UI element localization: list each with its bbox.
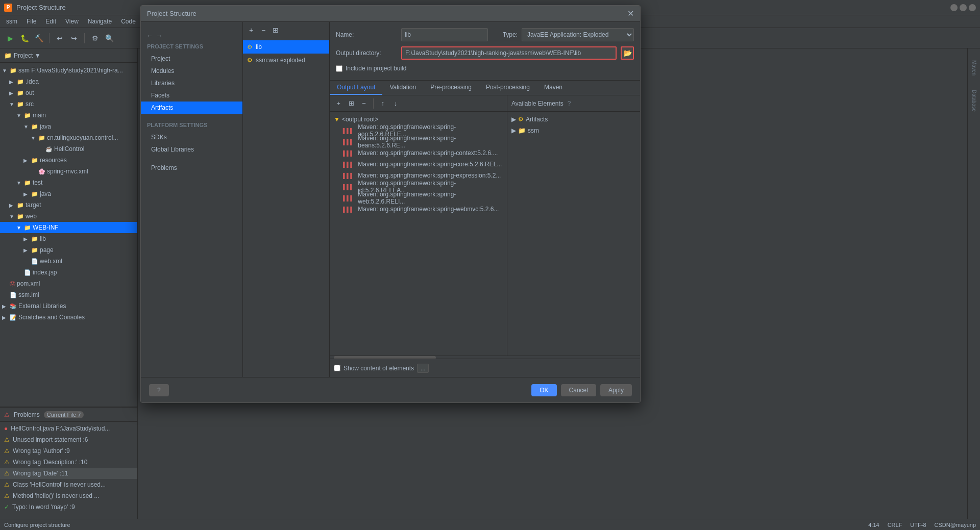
menu-ssm[interactable]: ssm [2,17,21,26]
tab-preprocessing[interactable]: Pre-processing [423,81,479,95]
maximize-button[interactable] [960,4,967,11]
copy-artifact-button[interactable]: ⊞ [271,25,281,35]
tree-ssm[interactable]: ▼ 📁 ssm F:\JavaStudy\study2021\high-ra..… [0,65,137,76]
tree-pom[interactable]: Ⓜ pom.xml [0,278,137,289]
cancel-button[interactable]: Cancel [561,384,596,396]
tree-resources[interactable]: ▶ 📁 resources [0,155,137,166]
tab-validation[interactable]: Validation [382,81,423,95]
layout-maven-webmvc[interactable]: ▌▌▌ Maven: org.springframework:spring-we… [330,204,507,215]
tree-test-java[interactable]: ▶ 📁 java [0,188,137,199]
tree-main[interactable]: ▼ 📁 main [0,110,137,121]
tree-index-jsp[interactable]: 📄 index.jsp [0,267,137,278]
app-icon: P [4,4,12,12]
tree-lib[interactable]: ▶ 📁 lib [0,233,137,244]
problem-wrong-date[interactable]: ⚠ Wrong tag 'Date' :11 [0,468,137,479]
artifact-ssm-war[interactable]: ⚙ ssm:war exploded [243,54,329,67]
layout-add-btn[interactable]: + [333,98,344,109]
nav-problems[interactable]: Problems [141,162,242,174]
tab-postprocessing[interactable]: Post-processing [479,81,537,95]
tree-webinf[interactable]: ▼ 📁 WEB-INF [0,222,137,233]
tree-spring-mvc[interactable]: 🌸 spring-mvc.xml [0,166,137,177]
warn-icon-1: ⚠ [4,436,10,443]
tree-target[interactable]: ▶ 📁 target [0,199,137,211]
debug-button[interactable]: 🐛 [18,32,31,44]
tab-maven[interactable]: Maven [537,81,570,95]
tree-web[interactable]: ▼ 📁 web [0,211,137,222]
problem-method-never-used[interactable]: ⚠ Method 'hello()' is never used ... [0,490,137,501]
nav-global-libraries[interactable]: Global Libraries [141,143,242,156]
show-content-checkbox[interactable] [334,365,340,371]
layout-maven-context[interactable]: ▌▌▌ Maven: org.springframework:spring-co… [330,147,507,159]
run-button[interactable]: ▶ [4,32,16,44]
nav-artifacts[interactable]: Artifacts [141,102,242,114]
tree-hellcontrol[interactable]: ☕ HellControl [0,143,137,155]
layout-arrow-up[interactable]: ↑ [377,98,388,109]
nav-back-button[interactable]: ← [147,32,153,39]
nav-project[interactable]: Project [141,53,242,65]
menu-edit[interactable]: Edit [41,17,60,26]
nav-modules[interactable]: Modules [141,65,242,77]
problem-class-never-used[interactable]: ⚠ Class 'HellControl' is never used... [0,479,137,490]
close-window-button[interactable] [969,4,976,11]
layout-maven-core[interactable]: ▌▌▌ Maven: org.springframework:spring-co… [330,159,507,170]
available-help-icon[interactable]: ? [568,100,571,107]
browse-button[interactable]: 📂 [621,46,634,60]
tree-ext-libraries[interactable]: ▶ 📚 External Libraries [0,300,137,312]
layout-arrow-down[interactable]: ↓ [390,98,401,109]
tree-page[interactable]: ▶ 📁 page [0,244,137,256]
remove-artifact-button[interactable]: − [258,25,268,35]
help-dialog-button[interactable]: ? [149,384,169,396]
menu-file[interactable]: File [22,17,40,26]
problem-wrong-author[interactable]: ⚠ Wrong tag 'Author' :9 [0,445,137,457]
layout-element-btn[interactable]: ⊞ [346,98,357,109]
tree-package[interactable]: ▼ 📁 cn.tulingxueyuan.control... [0,132,137,143]
tree-scratches[interactable]: ▶ 📝 Scratches and Consoles [0,312,137,323]
search-button[interactable]: 🔍 [103,32,115,44]
problem-typo[interactable]: ✓ Typo: In word 'mayp' :9 [0,501,137,513]
tree-java-icon: 📁 [31,123,38,130]
tab-output-layout[interactable]: Output Layout [330,81,382,95]
build-button[interactable]: 🔨 [33,32,45,44]
layout-maven-web[interactable]: ▌▌▌ Maven: org.springframework:spring-we… [330,192,507,204]
problem-hellcontrol[interactable]: ● HellControl.java F:\JavaStudy\stud... [0,423,137,434]
undo-button[interactable]: ↩ [54,32,66,44]
nav-libraries[interactable]: Libraries [141,77,242,89]
type-select[interactable]: JavaEE Application: Exploded [522,28,634,41]
menu-navigate[interactable]: Navigate [84,17,116,26]
menu-view[interactable]: View [61,17,83,26]
tree-ssm-iml[interactable]: 📄 ssm.iml [0,289,137,300]
available-artifacts[interactable]: ▶ ⚙ Artifacts [507,114,640,125]
tree-java[interactable]: ▼ 📁 java [0,121,137,132]
tree-test[interactable]: ▼ 📁 test [0,177,137,188]
problem-wrong-description[interactable]: ⚠ Wrong tag 'Description:' :10 [0,457,137,468]
nav-sdks[interactable]: SDKs [141,131,242,143]
database-panel-btn[interactable]: Database [969,85,979,116]
name-input[interactable] [401,28,488,41]
include-project-build-checkbox[interactable] [336,65,342,72]
maven-panel-btn[interactable]: Maven [969,53,979,83]
problems-current-file-tab[interactable]: Current File 7 [44,411,84,418]
tree-src[interactable]: ▼ 📁 src [0,98,137,110]
menu-code[interactable]: Code [117,17,140,26]
nav-facets[interactable]: Facets [141,89,242,102]
minimize-button[interactable] [950,4,958,11]
add-artifact-button[interactable]: + [246,25,256,35]
show-content-options-button[interactable]: ... [417,364,429,373]
structure-button[interactable]: ⚙ [89,32,101,44]
type-label: Type: [492,31,518,38]
tree-idea[interactable]: ▶ 📁 .idea [0,76,137,87]
available-ssm[interactable]: ▶ 📁 ssm [507,125,640,136]
expand-ssm-arrow: ▶ [511,127,516,134]
output-dir-input[interactable] [401,46,617,60]
layout-delete-btn[interactable]: − [358,98,370,109]
apply-button[interactable]: Apply [600,384,632,396]
ok-button[interactable]: OK [531,384,556,396]
layout-maven-beans[interactable]: ▌▌▌ Maven: org.springframework:spring-be… [330,136,507,147]
nav-forward-button[interactable]: → [156,32,162,39]
redo-button[interactable]: ↪ [68,32,80,44]
tree-webxml[interactable]: 📄 web.xml [0,256,137,267]
tree-out[interactable]: ▶ 📁 out [0,87,137,98]
artifact-lib[interactable]: ⚙ lib [243,40,329,54]
problem-unused-import[interactable]: ⚠ Unused import statement :6 [0,434,137,445]
dialog-close-button[interactable]: ✕ [627,9,634,18]
